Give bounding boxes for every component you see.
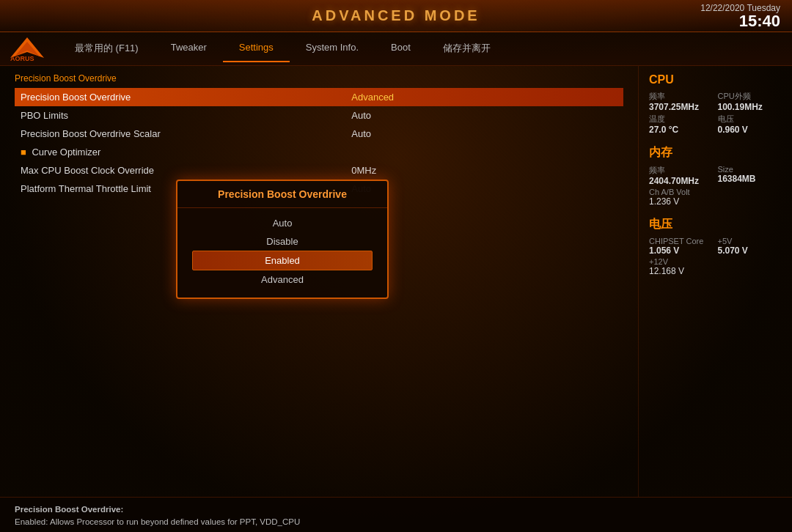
mem-chvolt-label: Ch A/B Volt: [649, 188, 782, 196]
settings-row-pbo-limits[interactable]: PBO Limits Auto: [15, 106, 623, 125]
settings-value-max-boost: 0MHz: [345, 161, 623, 180]
aorus-logo-icon: AORUS: [7, 36, 48, 62]
system-info-panel: CPU 频率 3707.25MHz CPU外频 100.19MHz 温度 27.…: [638, 66, 792, 497]
logo: AORUS: [7, 36, 51, 62]
description-body: Enabled: Allows Processor to run beyond …: [15, 517, 322, 532]
tab-boot[interactable]: Boot: [375, 36, 427, 62]
mem-freq-value: 2404.70MHz: [649, 176, 714, 186]
cpu-section-title: CPU: [649, 73, 782, 86]
header-bar: ADVANCED MODE 12/22/2020 Tuesday 15:40: [0, 0, 792, 32]
mem-section-title: 内存: [649, 145, 782, 160]
settings-panel: Precision Boost Overdrive Precision Boos…: [0, 66, 638, 497]
tab-settings[interactable]: Settings: [223, 36, 290, 62]
dropdown-option-advanced[interactable]: Advanced: [192, 270, 373, 289]
description-text: Precision Boost Overdrive: Enabled: Allo…: [15, 503, 777, 532]
cpu-info-grid: 频率 3707.25MHz CPU外频 100.19MHz 温度 27.0 °C…: [649, 91, 782, 135]
dropdown-options: Auto Disable Enabled Advanced: [177, 208, 387, 298]
navigation-bar: AORUS 最常用的 (F11) Tweaker Settings System…: [0, 32, 792, 66]
mem-freq-label: 频率: [649, 165, 714, 176]
main-layout: Precision Boost Overdrive Precision Boos…: [0, 66, 792, 497]
tab-tweaker[interactable]: Tweaker: [155, 36, 223, 62]
cpu-info-section: CPU 频率 3707.25MHz CPU外频 100.19MHz 温度 27.…: [649, 73, 782, 135]
description-panel: Precision Boost Overdrive: Enabled: Allo…: [0, 497, 792, 532]
mem-info-grid: 频率 2404.70MHz Size 16384MB: [649, 165, 782, 186]
settings-row-curve-optimizer[interactable]: ■ Curve Optimizer: [15, 143, 623, 161]
settings-value-curve-optimizer: [345, 143, 623, 161]
settings-label-pbo-limits: PBO Limits: [15, 106, 345, 125]
mem-size-label: Size: [718, 165, 782, 174]
cpu-temp-label: 温度: [649, 114, 714, 125]
volt-chipset-value: 1.056 V: [649, 245, 714, 256]
settings-row-pbo[interactable]: Precision Boost Overdrive Advanced: [15, 88, 623, 106]
time-display: 15:40: [700, 13, 780, 29]
cpu-volt-label: 电压: [718, 114, 782, 125]
dropdown-option-enabled[interactable]: Enabled: [192, 251, 373, 270]
volt-info-section: 电压 CHIPSET Core 1.056 V +5V 5.070 V +12V…: [649, 217, 782, 276]
datetime-display: 12/22/2020 Tuesday 15:40: [700, 3, 780, 29]
volt-info-grid: CHIPSET Core 1.056 V +5V 5.070 V: [649, 237, 782, 256]
volt-12v-label: +12V: [649, 257, 782, 266]
settings-value-pbo-scalar: Auto: [345, 125, 623, 143]
svg-text:AORUS: AORUS: [10, 55, 34, 62]
cpu-ext-freq-value: 100.19MHz: [718, 102, 782, 112]
settings-label-curve-optimizer: ■ Curve Optimizer: [15, 143, 345, 161]
tab-save-exit[interactable]: 储存并离开: [427, 36, 507, 62]
settings-value-pbo-limits: Auto: [345, 106, 623, 125]
mem-info-section: 内存 频率 2404.70MHz Size 16384MB Ch A/B Vol…: [649, 145, 782, 207]
bullet-icon: ■: [21, 147, 26, 158]
cpu-volt-value: 0.960 V: [718, 125, 782, 135]
dropdown-option-disable[interactable]: Disable: [192, 232, 373, 251]
settings-value-pbo: Advanced: [345, 88, 623, 106]
cpu-ext-freq-label: CPU外频: [718, 91, 782, 102]
settings-label-pbo: Precision Boost Overdrive: [15, 88, 345, 106]
mem-size-value: 16384MB: [718, 174, 782, 184]
mem-chvolt-value: 1.236 V: [649, 196, 782, 207]
volt-chipset-label: CHIPSET Core: [649, 237, 714, 245]
volt-5v-label: +5V: [718, 237, 782, 245]
settings-row-pbo-scalar[interactable]: Precision Boost Overdrive Scalar Auto: [15, 125, 623, 143]
tab-frequently-used[interactable]: 最常用的 (F11): [59, 36, 155, 62]
volt-5v-value: 5.070 V: [718, 245, 782, 256]
volt-section-title: 电压: [649, 217, 782, 232]
cpu-temp-value: 27.0 °C: [649, 125, 714, 135]
settings-label-max-boost: Max CPU Boost Clock Override: [15, 161, 345, 180]
breadcrumb: Precision Boost Overdrive: [15, 66, 623, 88]
dropdown-title: Precision Boost Overdrive: [177, 181, 387, 208]
nav-tabs: 最常用的 (F11) Tweaker Settings System Info.…: [59, 36, 785, 62]
tab-system-info[interactable]: System Info.: [290, 36, 375, 62]
cpu-freq-value: 3707.25MHz: [649, 102, 714, 112]
dropdown-option-auto[interactable]: Auto: [192, 214, 373, 232]
settings-row-max-boost[interactable]: Max CPU Boost Clock Override 0MHz: [15, 161, 623, 180]
settings-label-pbo-scalar: Precision Boost Overdrive Scalar: [15, 125, 345, 143]
description-title: Precision Boost Overdrive:: [15, 505, 123, 514]
cpu-freq-label: 频率: [649, 91, 714, 102]
dropdown-popup: Precision Boost Overdrive Auto Disable E…: [176, 180, 389, 299]
volt-12v-value: 12.168 V: [649, 266, 782, 276]
mode-title: ADVANCED MODE: [312, 7, 480, 24]
